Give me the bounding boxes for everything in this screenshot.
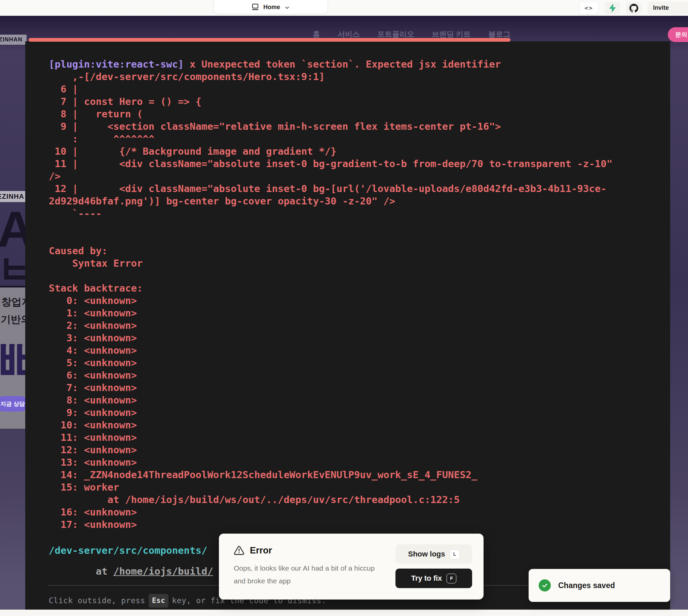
show-logs-button[interactable]: Show logs L bbox=[396, 544, 472, 564]
invite-label: Invite bbox=[653, 4, 669, 12]
bottom-panel-edge bbox=[0, 610, 688, 616]
show-logs-label: Show logs bbox=[408, 550, 445, 558]
dialog-title-row: Error bbox=[234, 545, 272, 556]
github-button[interactable] bbox=[626, 2, 642, 15]
chevron-down-icon bbox=[284, 5, 290, 11]
site-contact-button[interactable]: 문의 bbox=[668, 27, 688, 42]
toast-message: Changes saved bbox=[558, 581, 615, 590]
error-text: [plugin:vite:react-swc] x Unexpected tok… bbox=[49, 58, 651, 608]
dialog-title: Error bbox=[250, 545, 272, 556]
esc-key-badge: Esc bbox=[149, 594, 169, 608]
browser-window-icon bbox=[251, 3, 259, 11]
warning-triangle-icon bbox=[234, 545, 244, 556]
error-message: x Unexpected token `section`. Expected j… bbox=[184, 59, 501, 70]
error-headline: [plugin:vite:react-swc] x Unexpected tok… bbox=[49, 58, 651, 71]
try-to-fix-button[interactable]: Try to fix F bbox=[396, 569, 472, 588]
app-window: 홈서비스포트폴리오브랜딩 키트블로그 문의 EZINHAN HEZINHA AI… bbox=[0, 0, 688, 616]
shortcut-key-f: F bbox=[447, 574, 456, 584]
error-dialog: Error Oops, it looks like our AI had a b… bbox=[219, 534, 484, 599]
plugin-tag: [plugin:vite:react-swc] bbox=[49, 59, 184, 70]
code-view-button[interactable]: <> bbox=[579, 2, 599, 15]
site-accent-bar bbox=[28, 38, 510, 42]
dismiss-text: Click outside, press bbox=[49, 594, 145, 607]
try-fix-label: Try to fix bbox=[411, 574, 442, 583]
at-prefix: at bbox=[49, 566, 113, 577]
zap-icon bbox=[608, 4, 616, 13]
topbar-actions: <> Invite bbox=[579, 0, 688, 16]
consult-button[interactable]: 지금 상담 bbox=[0, 396, 28, 412]
dialog-buttons: Show logs L Try to fix F bbox=[396, 544, 472, 588]
dialog-body: Oops, it looks like our AI had a bit of … bbox=[234, 562, 375, 588]
github-icon bbox=[629, 4, 638, 13]
topbar: Home <> Invite bbox=[0, 0, 688, 16]
shortcut-key-l: L bbox=[450, 549, 460, 559]
invite-button[interactable]: Invite bbox=[648, 2, 688, 15]
stack-path-link[interactable]: /home/iojs/build/ bbox=[113, 566, 213, 577]
page-selector[interactable]: Home bbox=[214, 0, 328, 14]
changes-saved-toast: Changes saved bbox=[529, 569, 670, 602]
supabase-button[interactable] bbox=[605, 2, 620, 15]
success-check-icon bbox=[539, 579, 551, 591]
home-label: Home bbox=[263, 4, 280, 11]
error-stack-trace: ,-[/dev-server/src/components/Hero.tsx:9… bbox=[49, 71, 651, 531]
site-logo-badge: EZINHAN bbox=[0, 35, 26, 45]
vite-error-overlay[interactable]: [plugin:vite:react-swc] x Unexpected tok… bbox=[25, 41, 670, 610]
